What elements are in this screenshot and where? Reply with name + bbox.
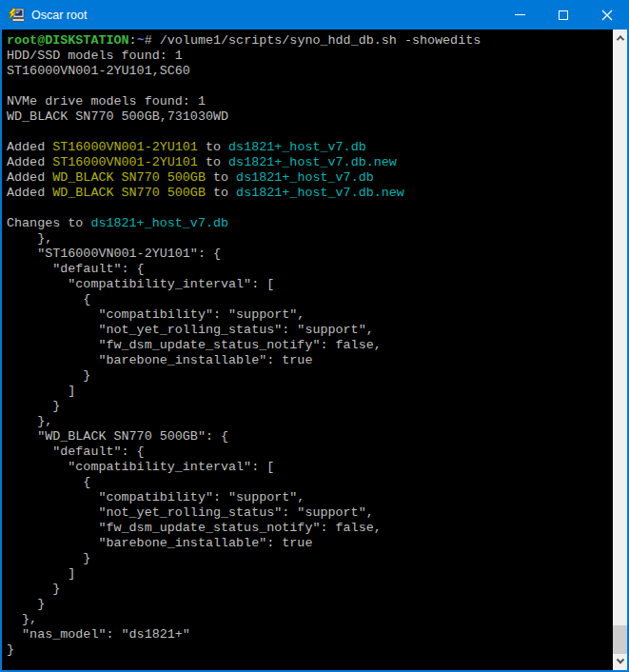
terminal-line: Added ST16000VN001-2YU101 to ds1821+_hos… xyxy=(7,140,613,155)
terminal-line xyxy=(7,125,613,140)
terminal-text-segment: "compatibility": "support", xyxy=(7,307,305,322)
terminal-line: } xyxy=(7,642,613,658)
terminal-line: } xyxy=(7,551,613,566)
terminal-line: "nas_model": "ds1821+" xyxy=(7,627,613,642)
terminal-text-segment: WD_BLACK SN770 500GB xyxy=(52,186,206,200)
terminal-line: } xyxy=(7,582,613,597)
terminal-line: ] xyxy=(7,566,613,582)
terminal-text-segment: } xyxy=(7,551,90,565)
window-title: Oscar root xyxy=(31,9,498,22)
putty-window: Oscar root root@DISKSTATION:~# /volume1/… xyxy=(0,0,629,672)
terminal-text-segment: ds1821+_host_v7.db.new xyxy=(236,186,404,200)
terminal-text-segment: NVMe drive models found: 1 xyxy=(7,94,206,109)
terminal-text-segment: "fw_dsm_update_status_notify": false, xyxy=(7,338,382,352)
terminal-text-segment: "barebone_installable": true xyxy=(7,536,312,550)
scrollbar-track[interactable] xyxy=(613,46,627,654)
terminal-line: "barebone_installable": true xyxy=(7,536,613,551)
terminal-text-segment: Changes to xyxy=(7,216,90,230)
terminal-text-segment: "compatibility_interval": [ xyxy=(7,460,274,474)
terminal-text-segment: to xyxy=(206,186,236,200)
putty-terminal-icon xyxy=(8,8,25,23)
terminal-text-segment: to xyxy=(206,170,236,185)
terminal-line: { xyxy=(7,292,613,307)
terminal-line: "WD_BLACK SN770 500GB": { xyxy=(7,429,613,445)
terminal-text-segment: "ST16000VN001-2YU101": { xyxy=(7,247,221,261)
terminal-text-segment: "barebone_installable": true xyxy=(7,353,312,367)
terminal-text-segment: Added xyxy=(7,170,52,185)
scrollbar-thumb[interactable] xyxy=(613,625,627,654)
terminal-line: "ST16000VN001-2YU101": { xyxy=(7,247,613,262)
terminal-line: Added ST16000VN001-2YU101 to ds1821+_hos… xyxy=(7,155,613,170)
terminal-text-segment: "WD_BLACK SN770 500GB": { xyxy=(7,429,228,444)
terminal-line: ] xyxy=(7,384,613,399)
terminal-line: Added WD_BLACK SN770 500GB to ds1821+_ho… xyxy=(7,170,613,186)
terminal-text-segment: ds1821+_host_v7.db xyxy=(228,140,366,154)
terminal-text-segment: "compatibility": "support", xyxy=(7,490,305,504)
terminal-line: } xyxy=(7,399,613,414)
terminal-text-segment: HDD/SSD models found: 1 xyxy=(7,49,183,63)
terminal-line xyxy=(7,79,613,94)
terminal-text-segment: { xyxy=(7,292,90,306)
terminal-line xyxy=(7,201,613,216)
terminal-text-segment: ST16000VN001-2YU101 xyxy=(52,140,198,154)
terminal-line: { xyxy=(7,475,613,490)
terminal-line: HDD/SSD models found: 1 xyxy=(7,49,613,64)
chevron-down-icon xyxy=(616,655,623,662)
scroll-down-button[interactable] xyxy=(613,654,627,670)
terminal-text-segment: to xyxy=(198,140,228,154)
titlebar[interactable]: Oscar root xyxy=(0,0,629,30)
terminal-line: "fw_dsm_update_status_notify": false, xyxy=(7,521,613,536)
terminal-line: }, xyxy=(7,612,613,627)
terminal-text-segment: WD_BLACK SN770 500GB xyxy=(52,170,206,185)
terminal-line: WD_BLACK SN770 500GB,731030WD xyxy=(7,109,613,125)
terminal-text-segment: "nas_model": "ds1821+" xyxy=(7,627,190,642)
terminal-text-segment: "compatibility_interval": [ xyxy=(7,277,274,291)
terminal-text-segment: }, xyxy=(7,231,52,246)
scroll-up-button[interactable] xyxy=(613,30,627,46)
scrollbar[interactable] xyxy=(613,30,627,670)
terminal-line: "compatibility_interval": [ xyxy=(7,460,613,475)
terminal-text-segment: } xyxy=(7,399,60,413)
terminal-text-segment: ds1821+_host_v7.db xyxy=(236,170,374,185)
terminal-line: } xyxy=(7,368,613,384)
maximize-icon xyxy=(559,10,568,20)
terminal-text-segment: } xyxy=(7,642,14,657)
terminal-text-segment: ] xyxy=(7,566,75,581)
minimize-button[interactable] xyxy=(498,0,541,30)
terminal-text-segment: WD_BLACK SN770 500GB,731030WD xyxy=(7,109,228,124)
close-button[interactable] xyxy=(585,0,629,30)
terminal-line: "fw_dsm_update_status_notify": false, xyxy=(7,338,613,353)
terminal-text-segment: root@DISKSTATION xyxy=(7,33,129,48)
terminal-line: Added WD_BLACK SN770 500GB to ds1821+_ho… xyxy=(7,186,613,201)
terminal-output[interactable]: root@DISKSTATION:~# /volume1/scripts/syn… xyxy=(2,30,613,670)
terminal-line: root@DISKSTATION:~# /volume1/scripts/syn… xyxy=(7,33,613,49)
terminal-text-segment: ~ xyxy=(137,33,145,48)
terminal-line: "compatibility": "support", xyxy=(7,307,613,323)
terminal-text-segment: "not_yet_rolling_status": "support", xyxy=(7,323,374,337)
terminal-text-segment: { xyxy=(7,475,90,489)
terminal-text-segment: "fw_dsm_update_status_notify": false, xyxy=(7,521,382,535)
maximize-button[interactable] xyxy=(541,0,585,30)
terminal-text-segment: } xyxy=(7,597,45,611)
terminal-text-segment: Added xyxy=(7,155,52,169)
terminal-line: }, xyxy=(7,414,613,429)
terminal-text-segment: } xyxy=(7,368,90,383)
minimize-icon xyxy=(515,14,525,15)
terminal-line: }, xyxy=(7,231,613,247)
terminal-line: "compatibility_interval": [ xyxy=(7,277,613,292)
terminal-text-segment: "default": { xyxy=(7,445,145,459)
terminal-text-segment: : xyxy=(129,33,137,48)
terminal-line: "not_yet_rolling_status": "support", xyxy=(7,505,613,521)
terminal-text-segment: Added xyxy=(7,186,52,200)
terminal-text-segment: "not_yet_rolling_status": "support", xyxy=(7,505,374,520)
terminal-line: "default": { xyxy=(7,445,613,460)
terminal-text-segment: ST16000VN001-2YU101,SC60 xyxy=(7,64,190,78)
chevron-up-icon xyxy=(616,35,623,43)
terminal-line: ST16000VN001-2YU101,SC60 xyxy=(7,64,613,79)
terminal-line: "not_yet_rolling_status": "support", xyxy=(7,323,613,338)
terminal-line: NVMe drive models found: 1 xyxy=(7,94,613,109)
terminal-text-segment: ] xyxy=(7,384,75,398)
terminal-line: "barebone_installable": true xyxy=(7,353,613,368)
window-controls xyxy=(498,0,629,30)
terminal-text-segment: ST16000VN001-2YU101 xyxy=(52,155,198,169)
